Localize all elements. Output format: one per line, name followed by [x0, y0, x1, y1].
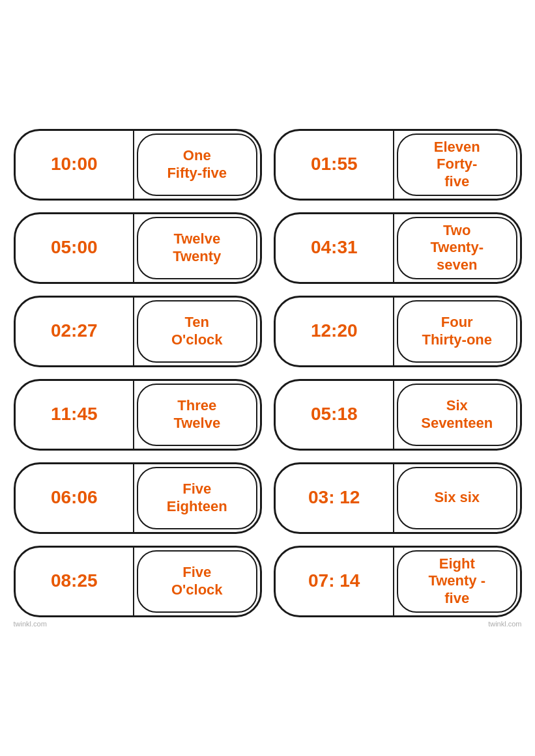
word-display-5: Four Thirty-one	[422, 314, 492, 348]
domino-4-time: 02:27	[16, 298, 135, 365]
time-display-4: 02:27	[51, 321, 98, 341]
domino-11-words: Eight Twenty - five	[397, 550, 517, 613]
word-display-2: Twelve Twenty	[173, 231, 221, 265]
word-display-7: Six Seventeen	[421, 397, 493, 432]
domino-3-words: Two Twenty- seven	[397, 217, 517, 279]
time-display-11: 07: 14	[308, 571, 360, 591]
domino-8-words: Five Eighteen	[137, 467, 257, 529]
word-display-3: Two Twenty- seven	[431, 222, 484, 273]
domino-2-words: Twelve Twenty	[137, 217, 257, 279]
domino-8: 06:06Five Eighteen	[14, 462, 262, 534]
domino-7-time: 05:18	[276, 381, 395, 449]
domino-10: 08:25Five O'clock	[14, 546, 262, 617]
time-display-3: 04:31	[311, 238, 358, 258]
domino-9-words: Six six	[397, 467, 517, 529]
domino-3: 04:31Two Twenty- seven	[274, 212, 522, 284]
domino-4: 02:27Ten O'clock	[14, 296, 262, 367]
domino-6: 11:45Three Twelve	[14, 379, 262, 451]
domino-6-time: 11:45	[16, 381, 135, 449]
domino-11-time: 07: 14	[276, 548, 395, 615]
domino-0: 10:00One Fifty-five	[14, 129, 262, 201]
time-display-8: 06:06	[51, 488, 98, 508]
time-display-9: 03: 12	[308, 488, 360, 508]
domino-2-time: 05:00	[16, 214, 135, 282]
domino-9: 03: 12Six six	[274, 462, 522, 534]
time-display-0: 10:00	[51, 154, 98, 175]
word-display-10: Five O'clock	[171, 564, 223, 598]
word-display-4: Ten O'clock	[171, 314, 223, 348]
word-display-1: Eleven Forty- five	[434, 139, 480, 190]
domino-11: 07: 14Eight Twenty - five	[274, 546, 522, 617]
domino-6-words: Three Twelve	[137, 384, 257, 446]
time-display-10: 08:25	[51, 571, 98, 591]
word-display-6: Three Twelve	[173, 397, 220, 432]
time-display-2: 05:00	[51, 238, 98, 258]
domino-0-words: One Fifty-five	[137, 133, 257, 196]
word-display-11: Eight Twenty - five	[428, 555, 485, 607]
word-display-9: Six six	[434, 489, 480, 506]
domino-5-words: Four Thirty-one	[397, 300, 517, 363]
time-display-6: 11:45	[51, 404, 98, 425]
domino-2: 05:00Twelve Twenty	[14, 212, 262, 284]
domino-9-time: 03: 12	[276, 464, 395, 532]
domino-5: 12:20Four Thirty-one	[274, 296, 522, 367]
domino-1-words: Eleven Forty- five	[397, 133, 517, 196]
time-display-5: 12:20	[311, 321, 358, 341]
footer-left: twinkl.com	[14, 620, 47, 628]
domino-10-words: Five O'clock	[137, 550, 257, 613]
domino-1-time: 01:55	[276, 131, 395, 199]
domino-8-time: 06:06	[16, 464, 135, 532]
domino-4-words: Ten O'clock	[137, 300, 257, 363]
time-display-7: 05:18	[311, 404, 358, 425]
domino-7: 05:18Six Seventeen	[274, 379, 522, 451]
time-display-1: 01:55	[311, 154, 358, 175]
domino-10-time: 08:25	[16, 548, 135, 615]
word-display-0: One Fifty-five	[167, 147, 227, 182]
footer-right: twinkl.com	[488, 620, 521, 628]
domino-0-time: 10:00	[16, 131, 135, 199]
domino-1: 01:55Eleven Forty- five	[274, 129, 522, 201]
domino-3-time: 04:31	[276, 214, 395, 282]
domino-7-words: Six Seventeen	[397, 384, 517, 446]
domino-5-time: 12:20	[276, 298, 395, 365]
word-display-8: Five Eighteen	[167, 481, 227, 515]
